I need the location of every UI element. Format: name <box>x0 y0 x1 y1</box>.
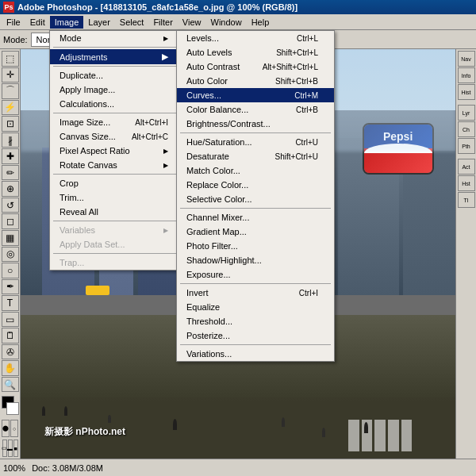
panel-histogram[interactable]: Hist <box>458 84 475 100</box>
menu-trap-item[interactable]: Trap... <box>50 255 184 270</box>
tool-eraser[interactable]: ◻ <box>2 213 19 229</box>
tool-wand[interactable]: ⚡ <box>2 100 19 116</box>
doc-info: Doc: 3.08M/3.08M <box>32 463 103 473</box>
pepsi-billboard: Pepsi <box>363 123 434 175</box>
submenu-arrow: ▶ <box>162 52 168 62</box>
panel-history[interactable]: Hst <box>458 175 475 191</box>
adj-curves[interactable]: Curves... Ctrl+M <box>177 88 334 102</box>
background-color[interactable] <box>6 402 19 415</box>
menu-calculations-item[interactable]: Calculations... <box>50 97 184 111</box>
tool-pen[interactable]: ✒ <box>2 279 19 295</box>
adj-threshold[interactable]: Threshold... <box>177 314 334 328</box>
tool-history-brush[interactable]: ↺ <box>2 198 19 213</box>
screen-full-menu[interactable]: ▬ <box>8 440 13 457</box>
menu-adjustments-item[interactable]: Adjustments ▶ <box>50 49 184 64</box>
tool-brush[interactable]: ✏ <box>2 165 19 181</box>
adj-levels[interactable]: Levels... Ctrl+L <box>177 31 334 45</box>
menu-mode-item[interactable]: Mode <box>50 31 184 45</box>
menu-crop-item[interactable]: Crop <box>50 176 184 190</box>
tool-lasso[interactable]: ⌒ <box>2 83 19 99</box>
image-menu-dropdown[interactable]: Mode Adjustments ▶ Duplicate... Apply Im… <box>49 30 185 271</box>
tool-crop[interactable]: ⊡ <box>2 116 19 132</box>
menu-apply-image-item[interactable]: Apply Image... <box>50 83 184 97</box>
adj-auto-levels[interactable]: Auto Levels Shift+Ctrl+L <box>177 45 334 60</box>
tool-eyedropper[interactable]: ✇ <box>2 344 19 360</box>
menu-file[interactable]: File <box>2 16 25 29</box>
tool-blur[interactable]: ◎ <box>2 247 19 263</box>
adj-variations[interactable]: Variations... <box>177 347 334 361</box>
adj-channel-mixer[interactable]: Channel Mixer... <box>177 210 334 225</box>
tool-slice[interactable]: ∦ <box>2 132 19 148</box>
menu-reveal-all-item[interactable]: Reveal All <box>50 205 184 219</box>
menu-trim-item[interactable]: Trim... <box>50 190 184 205</box>
panel-actions[interactable]: Act <box>458 159 475 175</box>
adj-hue-saturation[interactable]: Hue/Saturation... Ctrl+U <box>177 135 334 149</box>
panel-layers[interactable]: Lyr <box>458 105 475 121</box>
color-balance-shortcut: Ctrl+B <box>296 106 318 114</box>
menu-image[interactable]: Image <box>50 16 84 29</box>
menu-view[interactable]: View <box>178 16 206 29</box>
adj-shadow-highlight[interactable]: Shadow/Highlight... <box>177 253 334 267</box>
menu-duplicate-item[interactable]: Duplicate... <box>50 68 184 83</box>
color-picker[interactable] <box>2 396 19 416</box>
adj-color-balance[interactable]: Color Balance... Ctrl+B <box>177 102 334 117</box>
right-panel: Nav Info Hist Lyr Ch Pth Act Hst Tl <box>455 49 476 459</box>
tool-zoom[interactable]: 🔍 <box>2 377 19 393</box>
panel-channels[interactable]: Ch <box>458 121 475 137</box>
adj-auto-contrast[interactable]: Auto Contrast Alt+Shift+Ctrl+L <box>177 60 334 74</box>
adjustments-submenu[interactable]: Levels... Ctrl+L Auto Levels Shift+Ctrl+… <box>176 30 335 362</box>
panel-navigator[interactable]: Nav <box>458 51 475 67</box>
adj-replace-color[interactable]: Replace Color... <box>177 178 334 192</box>
menu-select[interactable]: Select <box>115 16 149 29</box>
tool-heal[interactable]: ✚ <box>2 148 19 164</box>
tool-notes[interactable]: 🗒 <box>2 328 19 344</box>
adj-match-color[interactable]: Match Color... <box>177 163 334 178</box>
tool-dodge[interactable]: ○ <box>2 263 19 278</box>
adj-photo-filter[interactable]: Photo Filter... <box>177 239 334 253</box>
menu-window[interactable]: Window <box>206 16 247 29</box>
panel-tools[interactable]: Tl <box>458 192 475 208</box>
tool-text[interactable]: T <box>2 295 19 311</box>
quick-mask-btn[interactable]: ⬤ <box>2 420 10 437</box>
menu-filter[interactable]: Filter <box>148 16 177 29</box>
person-silhouette <box>322 428 325 437</box>
separator <box>53 47 181 48</box>
adj-brightness-contrast[interactable]: Brightness/Contrast... <box>177 117 334 131</box>
adj-posterize[interactable]: Posterize... <box>177 328 334 343</box>
menu-rotate-canvas-item[interactable]: Rotate Canvas <box>50 158 184 172</box>
adj-invert[interactable]: Invert Ctrl+I <box>177 286 334 300</box>
app-icon: Ps <box>3 2 14 13</box>
menu-image-size-item[interactable]: Image Size... Alt+Ctrl+I <box>50 115 184 129</box>
tool-gradient[interactable]: ▦ <box>2 230 19 246</box>
adj-exposure[interactable]: Exposure... <box>177 267 334 282</box>
menu-layer[interactable]: Layer <box>83 16 115 29</box>
tool-move[interactable]: ✛ <box>2 67 19 83</box>
menu-pixel-aspect-item[interactable]: Pixel Aspect Ratio <box>50 144 184 158</box>
standard-mask-btn[interactable]: ○ <box>10 420 18 437</box>
window-title: Adobe Photoshop - [418813105_c8afc1a58e_… <box>17 2 298 12</box>
stripe <box>374 420 386 451</box>
separator <box>53 174 181 175</box>
tool-hand[interactable]: ✋ <box>2 360 19 376</box>
menu-apply-data-set-item[interactable]: Apply Data Set... <box>50 237 184 251</box>
mode-buttons: ⬤ ○ <box>2 420 18 437</box>
adj-gradient-map[interactable]: Gradient Map... <box>177 225 334 239</box>
toolbox: ⬚ ✛ ⌒ ⚡ ⊡ ∦ ✚ ✏ ⊕ ↺ ◻ ▦ ◎ ○ ✒ T ▭ 🗒 ✇ ✋ … <box>0 49 21 459</box>
adj-auto-color[interactable]: Auto Color Shift+Ctrl+B <box>177 74 334 88</box>
adj-selective-color[interactable]: Selective Color... <box>177 192 334 206</box>
tool-marquee[interactable]: ⬚ <box>2 51 19 67</box>
panel-paths[interactable]: Pth <box>458 138 475 154</box>
adj-desaturate[interactable]: Desaturate Shift+Ctrl+U <box>177 149 334 163</box>
separator <box>53 253 181 254</box>
adj-equalize[interactable]: Equalize <box>177 300 334 314</box>
menu-help[interactable]: Help <box>247 16 274 29</box>
tool-stamp[interactable]: ⊕ <box>2 181 19 197</box>
screen-standard[interactable]: ▭ <box>2 440 7 457</box>
tool-shape[interactable]: ▭ <box>2 312 19 328</box>
panel-info[interactable]: Info <box>458 67 475 83</box>
menu-variables-item[interactable]: Variables <box>50 223 184 237</box>
menu-edit[interactable]: Edit <box>25 16 50 29</box>
screen-full[interactable]: ■ <box>13 440 18 457</box>
menu-canvas-size-item[interactable]: Canvas Size... Alt+Ctrl+C <box>50 129 184 144</box>
desaturate-shortcut: Shift+Ctrl+U <box>275 152 318 161</box>
